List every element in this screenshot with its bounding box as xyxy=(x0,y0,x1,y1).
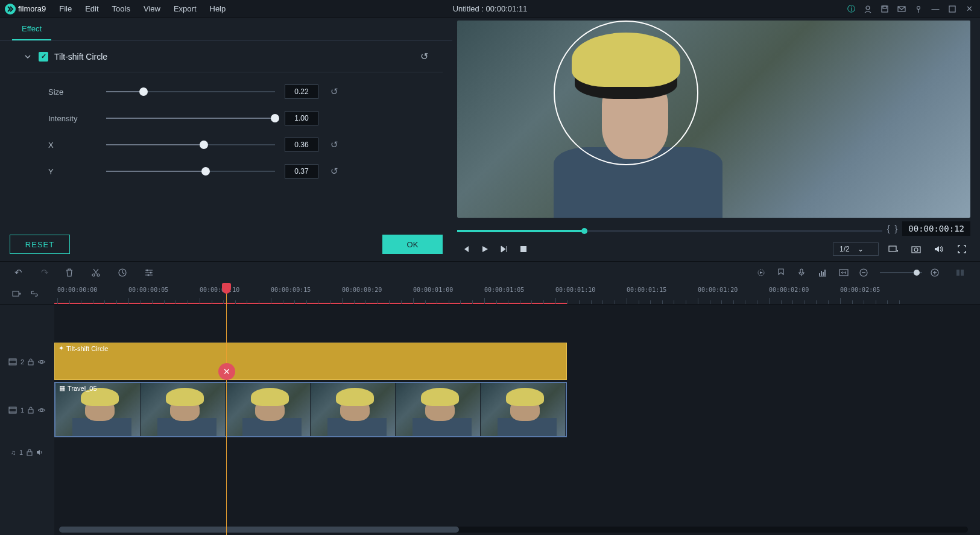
slider-track[interactable] xyxy=(106,91,275,92)
playhead-remove-icon[interactable]: ✕ xyxy=(218,363,235,380)
collapse-chevron-icon[interactable] xyxy=(24,53,31,60)
speaker-icon[interactable] xyxy=(36,449,43,455)
ruler-mark: 00:00:00:15 xyxy=(271,286,311,293)
app-name: filmora9 xyxy=(18,4,46,13)
speed-icon[interactable] xyxy=(118,268,130,277)
svg-rect-40 xyxy=(28,410,33,413)
tilt-shift-circle-overlay[interactable] xyxy=(554,21,698,165)
track-manager-icon[interactable] xyxy=(956,268,968,277)
maximize-button[interactable] xyxy=(946,3,958,15)
reset-icon[interactable]: ↺ xyxy=(328,166,340,177)
snapshot-icon[interactable] xyxy=(908,242,925,256)
ruler-mark: 00:00:02:05 xyxy=(840,286,880,293)
slider-x: X 0.36 ↺ xyxy=(48,138,428,152)
clip-video[interactable]: ▦Travel_05 xyxy=(54,382,567,437)
link-icon[interactable] xyxy=(30,290,42,298)
svg-point-0 xyxy=(866,6,870,10)
preview-scale-select[interactable]: 1/2 ⌄ xyxy=(833,242,879,256)
track-audio[interactable] xyxy=(54,438,980,466)
slider-value-input[interactable]: 1.00 xyxy=(285,111,318,125)
eye-icon[interactable] xyxy=(37,407,46,413)
delete-icon[interactable] xyxy=(65,268,77,277)
menu-view[interactable]: View xyxy=(138,2,166,16)
svg-point-19 xyxy=(150,271,152,273)
close-button[interactable]: ✕ xyxy=(963,3,975,15)
zoom-fit-icon[interactable] xyxy=(839,269,851,276)
track-id: 1 xyxy=(19,449,23,456)
lock-icon[interactable] xyxy=(28,358,34,366)
zoom-in-icon[interactable] xyxy=(931,268,943,277)
upload-icon[interactable] xyxy=(912,3,925,15)
preview-timecode[interactable]: 00:00:00:12 xyxy=(902,221,970,236)
ruler-mark: 00:00:00:00 xyxy=(57,286,97,293)
lock-icon[interactable] xyxy=(27,449,33,456)
add-track-icon[interactable] xyxy=(12,290,24,298)
preview-scrubber[interactable] xyxy=(457,230,882,232)
track-header-video: 1 xyxy=(0,381,54,438)
reset-button[interactable]: RESET xyxy=(10,235,70,254)
zoom-slider[interactable] xyxy=(880,272,922,273)
timeline-scrollbar[interactable] xyxy=(59,527,968,533)
message-icon[interactable] xyxy=(896,3,908,15)
track-effect[interactable]: ✦Tilt-shift Circle xyxy=(54,342,980,381)
mark-out-icon[interactable]: } xyxy=(895,224,898,233)
preview-video[interactable] xyxy=(457,21,970,218)
quality-icon[interactable] xyxy=(885,242,902,256)
clip-name: Travel_05 xyxy=(68,385,97,392)
fullscreen-icon[interactable] xyxy=(953,242,970,256)
render-icon[interactable] xyxy=(757,268,769,277)
menu-edit[interactable]: Edit xyxy=(79,2,104,16)
next-frame-button[interactable] xyxy=(496,242,513,256)
track-id: 2 xyxy=(21,358,24,366)
reset-icon[interactable]: ↺ xyxy=(328,139,340,150)
track-video[interactable]: ▦Travel_05 xyxy=(54,381,980,438)
slider-track[interactable] xyxy=(106,171,275,172)
slider-track[interactable] xyxy=(106,144,275,145)
video-icon: ▦ xyxy=(59,384,65,392)
reset-icon[interactable]: ↺ xyxy=(328,86,340,97)
adjust-icon[interactable] xyxy=(145,268,157,277)
account-icon[interactable] xyxy=(862,3,874,15)
effect-enabled-checkbox[interactable]: ✓ xyxy=(39,52,48,62)
stop-button[interactable] xyxy=(515,242,532,256)
play-button[interactable] xyxy=(476,242,493,256)
ok-button[interactable]: OK xyxy=(382,235,443,254)
minimize-button[interactable]: — xyxy=(929,3,941,15)
marker-icon[interactable] xyxy=(777,268,789,277)
window-controls: ⓘ — ✕ xyxy=(845,3,975,15)
split-icon[interactable] xyxy=(92,268,104,277)
zoom-out-icon[interactable] xyxy=(859,268,871,277)
slider-value-input[interactable]: 0.37 xyxy=(285,164,318,179)
audio-mixer-icon[interactable] xyxy=(818,268,830,277)
timeline-content[interactable]: 00:00:00:0000:00:00:0500:00:00:1000:00:0… xyxy=(54,283,980,535)
slider-value-input[interactable]: 0.22 xyxy=(285,84,318,99)
info-icon[interactable]: ⓘ xyxy=(845,3,857,15)
clip-effect[interactable]: ✦Tilt-shift Circle xyxy=(54,343,567,380)
timeline-ruler[interactable]: 00:00:00:0000:00:00:0500:00:00:1000:00:0… xyxy=(54,283,980,305)
reset-effect-icon[interactable]: ↺ xyxy=(420,51,428,62)
volume-icon[interactable] xyxy=(931,242,947,256)
menu-tools[interactable]: Tools xyxy=(106,2,136,16)
menu-file[interactable]: File xyxy=(53,2,78,16)
save-icon[interactable] xyxy=(879,3,891,15)
slider-label: Intensity xyxy=(48,114,96,123)
eye-icon[interactable] xyxy=(37,359,46,365)
slider-y: Y 0.37 ↺ xyxy=(48,164,428,179)
filmstrip-icon xyxy=(8,407,17,414)
timeline: 2 1 ♫ 1 00:00:00:0000:00:00:0500:00:00:1… xyxy=(0,283,980,535)
menu-export[interactable]: Export xyxy=(168,2,203,16)
undo-icon[interactable]: ↶ xyxy=(12,267,24,278)
ruler-mark: 00:00:01:10 xyxy=(555,286,595,293)
effect-panel-footer: RESET OK xyxy=(0,227,452,261)
record-voiceover-icon[interactable] xyxy=(798,268,810,277)
svg-rect-6 xyxy=(949,6,955,12)
mark-in-icon[interactable]: { xyxy=(887,224,890,233)
playhead[interactable]: ✕ xyxy=(226,283,227,535)
prev-frame-button[interactable] xyxy=(457,242,474,256)
slider-value-input[interactable]: 0.36 xyxy=(285,138,318,152)
redo-icon[interactable]: ↷ xyxy=(39,267,51,278)
lock-icon[interactable] xyxy=(28,407,34,414)
slider-track[interactable] xyxy=(106,118,275,119)
menu-help[interactable]: Help xyxy=(204,2,232,16)
tab-effect[interactable]: Effect xyxy=(12,18,51,40)
